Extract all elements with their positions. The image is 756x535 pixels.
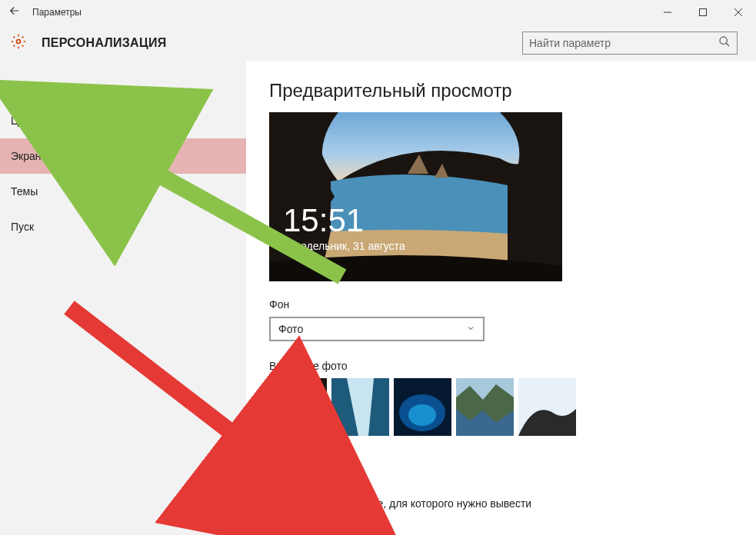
sidebar-item-colors[interactable]: Цвета [0,103,246,138]
svg-point-5 [720,37,727,44]
preview-title: Предварительный просмотр [269,80,733,101]
photo-thumb-1[interactable] [269,378,327,436]
preview-date: понедельник, 31 августа [283,240,405,252]
header: ПЕРСОНАЛИЗАЦИЯ [0,25,756,61]
background-dropdown[interactable]: Фото [269,317,485,341]
content-pane: Предварительный просмотр 15:51 [246,61,756,535]
lockscreen-preview: 15:51 понедельник, 31 августа [269,112,562,281]
browse-button-highlight: Обзор [269,447,331,474]
preview-time: 15:51 [283,204,405,237]
choose-photo-label: Выберите фото [269,360,733,372]
sidebar-item-label: Пуск [11,221,34,233]
sidebar-item-label: Цвета [11,115,41,127]
page-category-title: ПЕРСОНАЛИЗАЦИЯ [42,36,167,50]
search-icon [718,35,731,51]
titlebar: Параметры [0,0,756,25]
svg-rect-1 [700,9,707,16]
sidebar-item-label: Темы [11,185,38,198]
maximize-button[interactable] [685,0,721,25]
sidebar-item-label: Фон [11,79,31,91]
close-button[interactable] [721,0,756,25]
minimize-button[interactable] [650,0,685,25]
photo-thumb-2[interactable] [331,378,389,436]
gear-icon [11,34,26,52]
svg-line-6 [726,43,729,46]
browse-button[interactable]: Обзор [273,450,327,470]
photo-thumb-4[interactable] [456,378,514,436]
window-title: Параметры [32,7,82,18]
photo-thumb-5[interactable] [518,378,576,436]
photo-thumbnails [269,378,733,436]
back-button[interactable] [8,4,22,22]
sidebar-item-start[interactable]: Пуск [0,209,246,244]
choose-app-label: Выберите приложение, для которого нужно … [269,497,733,510]
search-box[interactable] [522,32,738,55]
chevron-down-icon [466,323,475,335]
photo-thumb-3[interactable] [394,378,451,436]
dropdown-value: Фото [278,323,303,335]
sidebar-item-themes[interactable]: Темы [0,174,246,209]
svg-point-14 [408,404,436,426]
sidebar-item-lockscreen[interactable]: Экран блокировки [0,138,246,174]
sidebar-item-background[interactable]: Фон [0,68,246,103]
svg-rect-10 [281,409,315,423]
svg-point-4 [17,40,21,44]
background-label: Фон [269,298,733,311]
sidebar-item-label: Экран блокировки [11,150,102,162]
sidebar: Фон Цвета Экран блокировки Темы Пуск [0,61,246,535]
search-input[interactable] [529,37,718,49]
